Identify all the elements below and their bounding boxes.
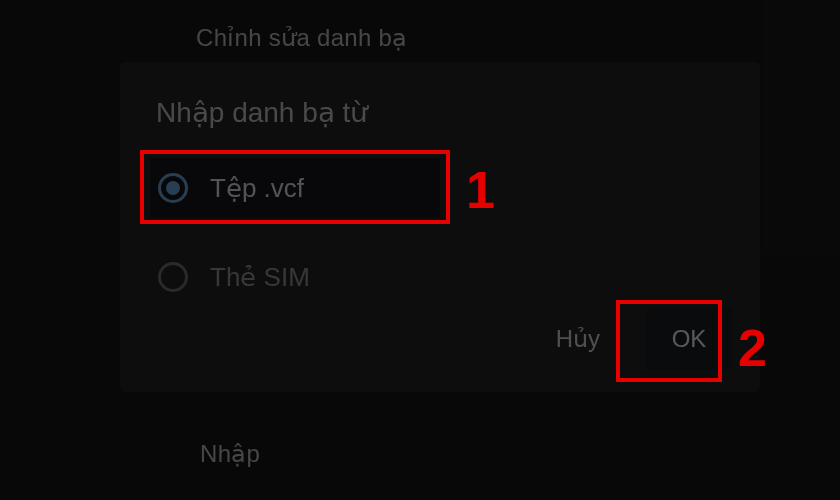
ok-button[interactable]: OK: [646, 308, 732, 370]
cancel-button[interactable]: Hủy: [540, 311, 616, 367]
radio-unselected-icon: [158, 262, 188, 292]
dialog-actions: Hủy OK: [540, 308, 732, 370]
radio-label-vcf: Tệp .vcf: [210, 173, 304, 204]
radio-option-sim[interactable]: Thẻ SIM: [150, 247, 440, 307]
radio-label-sim: Thẻ SIM: [210, 262, 310, 293]
menu-item-import[interactable]: Nhập: [200, 440, 260, 468]
screen: Chỉnh sửa danh bạ Nhập Nhập danh bạ từ T…: [0, 0, 840, 500]
radio-selected-icon: [158, 173, 188, 203]
import-contacts-dialog: Nhập danh bạ từ Tệp .vcf Thẻ SIM Hủy OK: [120, 62, 760, 392]
radio-option-vcf[interactable]: Tệp .vcf: [150, 158, 440, 218]
menu-item-edit-contacts[interactable]: Chỉnh sửa danh bạ: [196, 24, 408, 52]
dialog-title: Nhập danh bạ từ: [156, 96, 368, 129]
